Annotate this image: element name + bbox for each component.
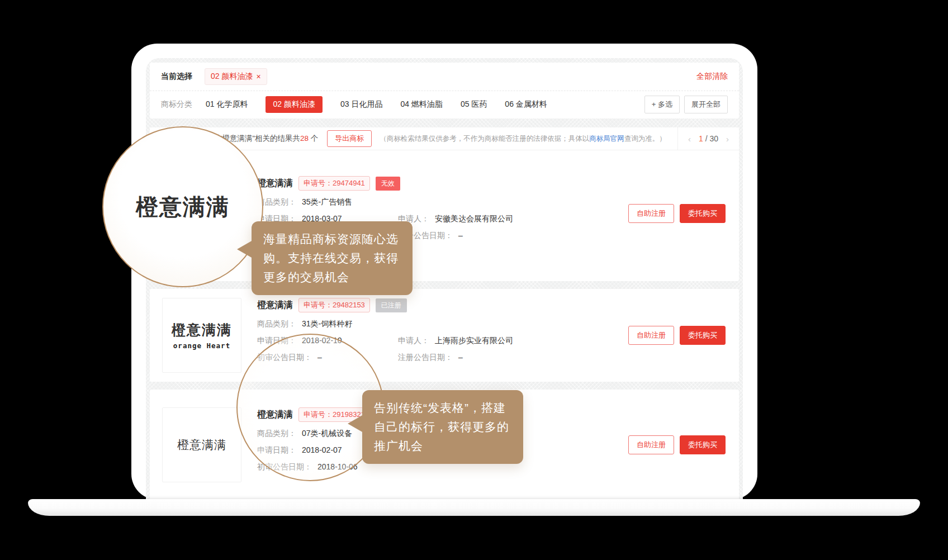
selected-filter-tag[interactable]: 02 颜料油漆 × (205, 68, 267, 85)
results-header: 当前分类下检索到“橙意满满”相关的结果共28 个 导出商标 （商标检索结果仅供参… (150, 127, 739, 150)
results-count: 28 (300, 134, 309, 143)
next-page-icon[interactable]: › (726, 134, 729, 144)
category-tabs: 01 化学原料 02 颜料油漆 03 日化用品 04 燃料油脂 05 医药 06… (206, 96, 547, 113)
tooltip-arrow-icon (237, 240, 253, 258)
trademark-image-text: 橙意满满 (172, 321, 232, 339)
applicant-value: 安徽美达会展有限公司 (435, 214, 513, 224)
pagination: ‹ 1 / 30 › (677, 127, 739, 150)
clear-all-button[interactable]: 全部清除 (696, 72, 728, 82)
application-number-value: 29474941 (333, 179, 365, 187)
self-register-button[interactable]: 自助注册 (628, 204, 674, 223)
trademark-image-text: 橙意满满 (177, 437, 226, 453)
multi-select-button[interactable]: + 多选 (644, 96, 680, 113)
row-1-actions: 自助注册 委托购买 (628, 204, 726, 223)
tooltip-promotion-text: 告别传统“发表格”，搭建自己的标行，获得更多的推广机会 (374, 401, 509, 452)
magnified-trademark-text: 橙意满满 (136, 192, 230, 222)
row-1-category-line: 商品类别：35类-广告销售 (257, 197, 620, 207)
disclaimer-note: （商标检索结果仅供参考，不作为商标能否注册的法律依据；具体以商标局官网查询为准。… (380, 134, 677, 144)
row-3-actions: 自助注册 委托购买 (628, 435, 726, 454)
entrust-purchase-button[interactable]: 委托购买 (680, 435, 726, 454)
self-register-button[interactable]: 自助注册 (628, 435, 674, 454)
disclaimer-text: （商标检索结果仅供参考，不作为商标能否注册的法律依据；具体以 (380, 135, 589, 143)
filter-panel: 当前选择 02 颜料油漆 × 全部清除 商标分类 01 化学原料 02 颜料油漆… (150, 63, 739, 118)
row-1-title-line: 橙意满满 申请号：29474941 无效 (257, 176, 620, 191)
self-register-button[interactable]: 自助注册 (628, 326, 674, 345)
current-selection-row: 当前选择 02 颜料油漆 × 全部清除 (150, 63, 739, 91)
row-2-category-line: 商品类别：31类-饲料种籽 (257, 319, 620, 329)
trademark-office-link[interactable]: 商标局官网 (589, 135, 624, 143)
category-row-label: 商标分类 (161, 99, 192, 110)
trademark-name[interactable]: 橙意满满 (257, 300, 293, 311)
status-badge-invalid: 无效 (376, 177, 400, 191)
tooltip-marketplace: 海量精品商标资源随心选购。支持在线交易，获得更多的交易机会 (252, 221, 413, 295)
category-tools: + 多选 展开全部 (644, 96, 728, 113)
page-separator: / (705, 134, 708, 143)
registration-publication-label: 注册公告日期： (398, 353, 453, 363)
category-tab-06[interactable]: 06 金属材料 (505, 99, 547, 110)
registration-publication-value: – (458, 231, 463, 241)
result-row-2: 橙意满满 orange Heart 橙意满满 申请号：29482153 已注册 … (150, 289, 739, 382)
magnifier-circle-1: 橙意满满 (102, 126, 263, 287)
disclaimer-suffix: 查询为准。） (624, 135, 666, 143)
category-tab-05[interactable]: 05 医药 (461, 99, 487, 110)
category-tab-02-selected[interactable]: 02 颜料油漆 (266, 96, 322, 113)
remove-tag-icon[interactable]: × (256, 73, 260, 80)
category-field-value: 35类-广告销售 (302, 197, 352, 207)
current-selection-label: 当前选择 (161, 72, 192, 82)
laptop-base (28, 499, 920, 516)
application-number-badge: 申请号：29482153 (298, 298, 370, 312)
trademark-name[interactable]: 橙意满满 (257, 178, 293, 189)
entrust-purchase-button[interactable]: 委托购买 (680, 204, 726, 223)
summary-unit: 个 (309, 134, 318, 143)
application-number-label: 申请号： (304, 301, 333, 309)
tooltip-arrow-icon (348, 415, 363, 433)
current-page: 1 (699, 134, 703, 143)
application-number-badge: 申请号：29474941 (298, 176, 370, 191)
category-field-value: 31类-饲料种籽 (302, 319, 352, 329)
total-pages: 30 (709, 134, 718, 143)
application-number-value: 29482153 (333, 301, 365, 309)
tooltip-promotion: 告别传统“发表格”，搭建自己的标行，获得更多的推广机会 (362, 390, 523, 464)
trademark-image-subtext: orange Heart (173, 341, 230, 350)
category-tab-04[interactable]: 04 燃料油脂 (400, 99, 442, 110)
applicant-value: 上海雨步实业有限公司 (435, 336, 513, 346)
registration-publication-value: – (458, 353, 463, 363)
results-card-2: 橙意满满 orange Heart 橙意满满 申请号：29482153 已注册 … (150, 289, 739, 382)
application-number-label: 申请号： (304, 179, 333, 187)
expand-all-button[interactable]: 展开全部 (684, 96, 728, 113)
selected-filter-tag-text: 02 颜料油漆 (211, 72, 253, 82)
trademark-image-3[interactable]: 橙意满满 (162, 407, 241, 482)
prev-page-icon[interactable]: ‹ (688, 134, 691, 144)
row-2-actions: 自助注册 委托购买 (628, 326, 726, 345)
category-tab-01[interactable]: 01 化学原料 (206, 99, 248, 110)
entrust-purchase-button[interactable]: 委托购买 (680, 326, 726, 345)
status-badge-registered: 已注册 (376, 298, 407, 312)
applicant-label: 申请人： (398, 336, 429, 346)
row-2-title-line: 橙意满满 申请号：29482153 已注册 (257, 298, 620, 312)
category-row: 商标分类 01 化学原料 02 颜料油漆 03 日化用品 04 燃料油脂 05 … (150, 91, 739, 119)
export-trademarks-button[interactable]: 导出商标 (327, 130, 372, 147)
trademark-image-2[interactable]: 橙意满满 orange Heart (162, 298, 241, 373)
category-tab-03[interactable]: 03 日化用品 (340, 99, 382, 110)
tooltip-marketplace-text: 海量精品商标资源随心选购。支持在线交易，获得更多的交易机会 (263, 232, 399, 283)
page-indicator: 1 / 30 (699, 134, 718, 143)
category-field-label: 商品类别： (257, 319, 296, 329)
